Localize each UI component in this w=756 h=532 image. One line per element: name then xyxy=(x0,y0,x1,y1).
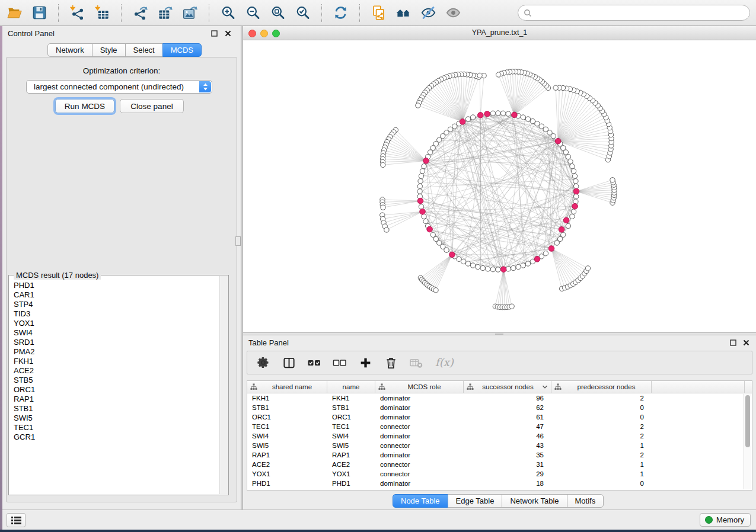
network-node[interactable] xyxy=(566,223,570,228)
network-node[interactable] xyxy=(444,248,449,252)
network-node[interactable] xyxy=(381,162,385,167)
mcds-result-item[interactable]: SWI4 xyxy=(14,328,219,338)
network-node[interactable] xyxy=(570,164,575,168)
network-node[interactable] xyxy=(585,266,590,271)
network-dominator-node[interactable] xyxy=(500,267,506,273)
network-node[interactable] xyxy=(521,115,525,120)
network-node[interactable] xyxy=(543,251,548,256)
tab-node-table[interactable]: Node Table xyxy=(393,494,448,508)
table-row[interactable]: ACE2ACE2connector311 xyxy=(247,460,744,469)
vertical-splitter-grip[interactable] xyxy=(235,236,241,246)
network-node[interactable] xyxy=(571,169,576,174)
network-node[interactable] xyxy=(535,121,540,126)
network-node[interactable] xyxy=(573,179,578,184)
network-dominator-node[interactable] xyxy=(555,138,561,144)
network-node[interactable] xyxy=(572,174,577,178)
mcds-result-item[interactable]: PHD1 xyxy=(14,281,219,290)
network-dominator-node[interactable] xyxy=(449,252,455,258)
column-header-successor-nodes[interactable]: successor nodes xyxy=(464,381,551,393)
mcds-result-item[interactable]: ORC1 xyxy=(14,385,219,395)
save-session-button[interactable] xyxy=(30,3,49,23)
table-scrollbar[interactable] xyxy=(744,394,751,489)
close-panel-button[interactable]: Close panel xyxy=(120,99,184,113)
network-node[interactable] xyxy=(477,73,482,78)
add-column-button[interactable] xyxy=(358,354,373,371)
network-node[interactable] xyxy=(465,117,470,121)
network-node[interactable] xyxy=(416,103,420,108)
mcds-result-item[interactable]: STP4 xyxy=(14,300,219,309)
mcds-result-item[interactable]: RAP1 xyxy=(14,395,219,404)
mcds-result-item[interactable]: STB1 xyxy=(14,404,219,414)
mcds-result-item[interactable]: STB5 xyxy=(14,376,219,385)
network-node[interactable] xyxy=(428,150,433,155)
hide-view-button[interactable] xyxy=(419,3,438,23)
column-header-predecessor-nodes[interactable]: predecessor nodes xyxy=(551,381,652,393)
optimization-criterion-select[interactable]: largest connected component (undirected) xyxy=(26,80,212,94)
network-node[interactable] xyxy=(417,184,422,188)
network-node[interactable] xyxy=(521,263,525,268)
network-node[interactable] xyxy=(511,265,516,270)
network-node[interactable] xyxy=(561,146,566,150)
table-settings-button[interactable] xyxy=(256,354,271,371)
network-node[interactable] xyxy=(384,227,389,232)
export-network-button[interactable] xyxy=(130,3,150,23)
network-node[interactable] xyxy=(433,141,438,146)
network-node[interactable] xyxy=(570,214,575,219)
network-dominator-node[interactable] xyxy=(573,188,579,194)
mcds-result-item[interactable]: CAR1 xyxy=(14,290,219,300)
table-row[interactable]: FKH1FKH1dominator962 xyxy=(247,393,744,403)
network-node[interactable] xyxy=(566,154,570,159)
tab-edge-table[interactable]: Edge Table xyxy=(448,494,503,508)
network-dominator-node[interactable] xyxy=(548,246,554,252)
float-panel-button[interactable] xyxy=(210,30,218,38)
delete-column-button[interactable] xyxy=(383,354,398,371)
mcds-result-item[interactable]: TEC1 xyxy=(14,423,219,432)
search-box[interactable] xyxy=(518,5,750,21)
open-session-button[interactable] xyxy=(5,3,24,23)
network-dominator-node[interactable] xyxy=(559,227,564,233)
network-dominator-node[interactable] xyxy=(484,111,490,117)
mcds-result-item[interactable]: FKH1 xyxy=(14,357,219,366)
network-dominator-node[interactable] xyxy=(420,209,426,214)
network-node[interactable] xyxy=(500,111,505,116)
network-canvas[interactable] xyxy=(243,40,756,332)
export-table-button[interactable] xyxy=(155,3,175,23)
network-node[interactable] xyxy=(568,159,573,164)
table-row[interactable]: ORC1ORC1dominator610 xyxy=(247,412,744,422)
network-dominator-node[interactable] xyxy=(478,113,484,118)
network-node[interactable] xyxy=(419,174,423,178)
zoom-out-button[interactable] xyxy=(243,3,263,23)
network-from-document-button[interactable] xyxy=(369,3,388,23)
network-dominator-node[interactable] xyxy=(417,198,423,204)
mcds-result-item[interactable]: TID3 xyxy=(14,309,219,319)
search-input[interactable] xyxy=(535,8,749,17)
network-node[interactable] xyxy=(506,111,511,116)
table-row[interactable]: PHD1PHD1dominator180 xyxy=(247,479,744,488)
network-titlebar[interactable]: YPA_prune.txt_1 xyxy=(243,26,756,40)
export-image-button[interactable] xyxy=(180,3,200,23)
column-header-MCDS-role[interactable]: MCDS role xyxy=(375,381,464,393)
network-node[interactable] xyxy=(430,232,435,237)
network-node[interactable] xyxy=(574,194,579,198)
network-node[interactable] xyxy=(422,214,426,219)
network-node[interactable] xyxy=(461,259,465,264)
table-row[interactable]: RAP1RAP1dominator352 xyxy=(247,450,744,460)
memory-button[interactable]: Memory xyxy=(700,513,751,527)
mcds-result-item[interactable]: ACE2 xyxy=(14,366,219,376)
network-dominator-node[interactable] xyxy=(427,226,433,232)
network-dominator-node[interactable] xyxy=(460,119,465,125)
deselect-all-rows-button[interactable] xyxy=(332,354,347,371)
tab-network-table[interactable]: Network Table xyxy=(502,494,567,508)
network-node[interactable] xyxy=(525,261,530,266)
network-node[interactable] xyxy=(571,209,576,214)
table-row[interactable]: SWI5SWI5connector431 xyxy=(247,441,744,450)
network-dominator-node[interactable] xyxy=(534,257,540,262)
select-all-rows-button[interactable] xyxy=(307,354,322,371)
network-node[interactable] xyxy=(465,261,470,266)
zoom-fit-button[interactable] xyxy=(268,3,288,23)
network-node[interactable] xyxy=(423,219,428,223)
table-row[interactable]: STB1STB1dominator620 xyxy=(247,403,744,412)
tab-select[interactable]: Select xyxy=(125,43,163,57)
column-header-name[interactable]: name xyxy=(327,381,375,393)
network-node[interactable] xyxy=(509,304,514,309)
